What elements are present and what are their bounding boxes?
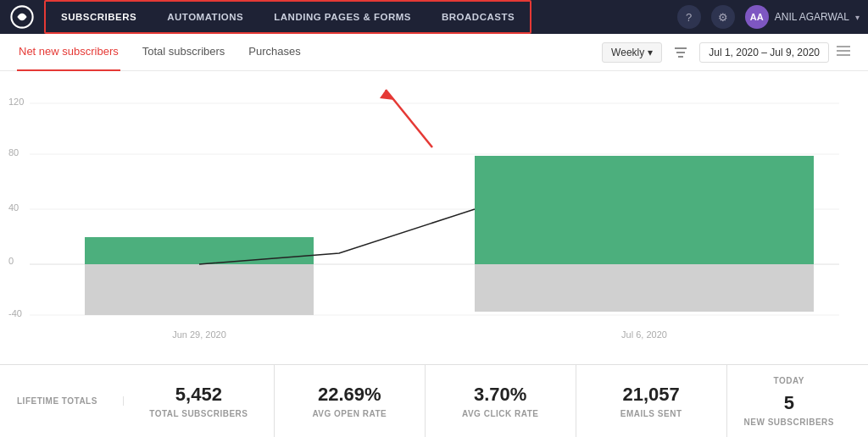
toolbar-tabs: Net new subscribersTotal subscribersPurc… bbox=[17, 34, 303, 71]
stat-total-subscribers: 5,452 TOTAL SUBSCRIBERS bbox=[124, 365, 275, 438]
emails-sent-value: 21,057 bbox=[622, 384, 679, 406]
logo[interactable] bbox=[8, 3, 36, 30]
user-name: ANIL AGARWAL bbox=[775, 11, 849, 23]
help-icon: ? bbox=[686, 11, 692, 24]
footer: LIFETIME TOTALS 5,452 TOTAL SUBSCRIBERS … bbox=[0, 364, 868, 437]
chart-svg: Jun 29, 2020 Jul 6, 2020 bbox=[0, 71, 868, 364]
stat-emails-sent: 21,057 EMAILS SENT bbox=[576, 365, 727, 438]
avg-open-rate-value: 22.69% bbox=[318, 384, 381, 406]
nav-link-landing-pages[interactable]: LANDING PAGES & FORMS bbox=[259, 0, 426, 34]
chart-area: 120 80 40 0 -40 Jun 29, 2020 Jul 6, 2020 bbox=[0, 71, 868, 364]
tab-net-new[interactable]: Net new subscribers bbox=[17, 34, 120, 71]
period-chevron-icon: ▾ bbox=[648, 47, 653, 58]
total-subscribers-label: TOTAL SUBSCRIBERS bbox=[149, 409, 248, 418]
nav-link-broadcasts[interactable]: BROADCASTS bbox=[426, 0, 530, 34]
total-subscribers-value: 5,452 bbox=[175, 384, 222, 406]
stat-avg-click-rate: 3.70% AVG CLICK RATE bbox=[426, 365, 576, 438]
today-new-subscribers-label: NEW SUBSCRIBERS bbox=[744, 418, 834, 427]
avg-open-rate-label: AVG OPEN RATE bbox=[312, 409, 387, 418]
navbar: SUBSCRIBERSAUTOMATIONSLANDING PAGES & FO… bbox=[0, 0, 868, 34]
today-section: TODAY 5 NEW SUBSCRIBERS bbox=[727, 376, 851, 427]
nav-link-subscribers[interactable]: SUBSCRIBERS bbox=[46, 0, 152, 34]
navbar-right: ? ⚙ AA ANIL AGARWAL ▾ bbox=[677, 5, 860, 29]
user-chevron-icon: ▾ bbox=[855, 13, 860, 22]
bar2-positive bbox=[475, 156, 814, 264]
toolbar-right: Weekly ▾ Jul 1, 2020 – Jul 9, 2020 bbox=[602, 41, 851, 64]
emails-sent-label: EMAILS SENT bbox=[620, 409, 682, 418]
today-label: TODAY bbox=[774, 376, 804, 385]
date-range-label: Jul 1, 2020 – Jul 9, 2020 bbox=[709, 47, 820, 58]
avg-click-rate-label: AVG CLICK RATE bbox=[462, 409, 539, 418]
stat-avg-open-rate: 22.69% AVG OPEN RATE bbox=[275, 365, 426, 438]
tab-total[interactable]: Total subscribers bbox=[141, 34, 227, 71]
settings-button[interactable]: ⚙ bbox=[711, 5, 735, 29]
chart-settings-button[interactable] bbox=[836, 45, 851, 60]
nav-links: SUBSCRIBERSAUTOMATIONSLANDING PAGES & FO… bbox=[44, 0, 531, 34]
navbar-left: SUBSCRIBERSAUTOMATIONSLANDING PAGES & FO… bbox=[8, 0, 531, 34]
today-new-subscribers-value: 5 bbox=[784, 392, 794, 414]
avg-click-rate-value: 3.70% bbox=[474, 384, 526, 406]
avatar: AA bbox=[745, 5, 769, 29]
tab-purchases[interactable]: Purchases bbox=[247, 34, 302, 71]
settings-icon: ⚙ bbox=[718, 11, 728, 24]
filter-button[interactable] bbox=[669, 41, 693, 64]
nav-link-automations[interactable]: AUTOMATIONS bbox=[152, 0, 259, 34]
period-selector[interactable]: Weekly ▾ bbox=[602, 42, 662, 63]
lifetime-totals-label: LIFETIME TOTALS bbox=[17, 396, 124, 406]
x-label-jul6: Jul 6, 2020 bbox=[621, 329, 667, 340]
bar1-positive bbox=[85, 237, 314, 264]
user-menu[interactable]: AA ANIL AGARWAL ▾ bbox=[745, 5, 860, 29]
bar1-negative bbox=[85, 264, 314, 315]
x-label-jun29: Jun 29, 2020 bbox=[172, 329, 226, 340]
bar2-negative bbox=[475, 264, 814, 312]
period-label: Weekly bbox=[611, 47, 644, 58]
help-button[interactable]: ? bbox=[677, 5, 701, 29]
date-range-picker[interactable]: Jul 1, 2020 – Jul 9, 2020 bbox=[699, 42, 829, 63]
avatar-initials: AA bbox=[750, 12, 764, 22]
toolbar: Net new subscribersTotal subscribersPurc… bbox=[0, 34, 868, 71]
